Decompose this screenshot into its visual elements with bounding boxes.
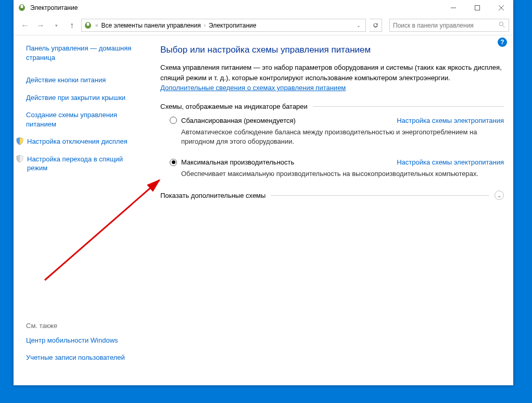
svg-rect-1 <box>20 5 23 8</box>
back-button[interactable]: ← <box>19 19 31 32</box>
app-icon <box>18 4 26 12</box>
shield-icon <box>16 155 24 163</box>
sidebar-button-action[interactable]: Действие кнопки питания <box>26 75 137 85</box>
address-dropdown[interactable]: ⌄ <box>354 23 363 28</box>
expander-label: Показать дополнительные схемы <box>160 192 265 199</box>
plan-balanced-desc: Автоматическое соблюдение баланса между … <box>181 128 504 147</box>
chevron-down-icon[interactable]: ⌄ <box>495 191 504 200</box>
svg-rect-8 <box>86 22 90 26</box>
plans-fieldset: Схемы, отображаемые на индикаторе батаре… <box>160 103 504 180</box>
refresh-button[interactable] <box>369 19 382 32</box>
search-input[interactable] <box>393 22 499 29</box>
recent-dropdown[interactable]: ▾ <box>50 19 62 32</box>
search-box[interactable] <box>389 19 509 32</box>
main-panel: ? Выбор или настройка схемы управления п… <box>144 35 513 385</box>
plan-high-perf-settings-link[interactable]: Настройка схемы электропитания <box>397 158 504 166</box>
divider <box>313 106 504 107</box>
see-also-label: См. также <box>26 322 137 330</box>
plan-high-perf-label: Максимальная производительность <box>181 158 294 166</box>
shield-icon <box>16 137 24 145</box>
svg-rect-2 <box>21 8 22 10</box>
plan-balanced-label: Сбалансированная (рекомендуется) <box>181 117 296 124</box>
power-options-window: Электропитание ← → ▾ ↑ « Все элементы па… <box>14 0 513 385</box>
plan-balanced-settings-link[interactable]: Настройка схемы электропитания <box>397 117 504 124</box>
navbar: ← → ▾ ↑ « Все элементы панели управления… <box>14 16 513 35</box>
close-button[interactable] <box>489 0 513 16</box>
plan-high-perf-desc: Обеспечивает максимальную производительн… <box>181 169 504 179</box>
sidebar-create-plan[interactable]: Создание схемы управления питанием <box>26 110 137 129</box>
sidebar-display-off-label: Настройка отключения дисплея <box>27 137 128 146</box>
up-button[interactable]: ↑ <box>66 19 78 32</box>
radio-on-icon <box>170 159 177 166</box>
search-icon <box>499 21 505 30</box>
titlebar: Электропитание <box>14 0 513 16</box>
forward-button[interactable]: → <box>34 19 47 32</box>
intro-text: Схема управления питанием — это набор па… <box>160 62 504 93</box>
window-controls <box>441 0 513 16</box>
plan-high-perf: Максимальная производительность Настройк… <box>160 158 504 179</box>
intro-link[interactable]: Дополнительные сведения о схемах управле… <box>160 84 346 92</box>
sidebar: Панель управления — домашняя страница Де… <box>14 35 144 385</box>
sidebar-display-off[interactable]: Настройка отключения дисплея <box>16 137 137 146</box>
plan-high-perf-radio[interactable]: Максимальная производительность <box>170 158 294 166</box>
content: Панель управления — домашняя страница Де… <box>14 35 513 385</box>
plan-balanced-radio[interactable]: Сбалансированная (рекомендуется) <box>170 117 296 124</box>
sidebar-sleep[interactable]: Настройка перехода в спящий режим <box>16 155 137 173</box>
window-title: Электропитание <box>30 4 441 11</box>
help-icon[interactable]: ? <box>498 37 507 47</box>
minimize-button[interactable] <box>441 0 465 16</box>
divider <box>271 195 489 196</box>
svg-point-9 <box>499 22 503 26</box>
plan-balanced: Сбалансированная (рекомендуется) Настрой… <box>160 117 504 147</box>
address-icon <box>84 21 92 30</box>
additional-plans-expander[interactable]: Показать дополнительные схемы ⌄ <box>160 191 504 200</box>
maximize-button[interactable] <box>465 0 489 16</box>
sidebar-sleep-label: Настройка перехода в спящий режим <box>27 155 137 173</box>
sidebar-accounts[interactable]: Учетные записи пользователей <box>26 353 137 362</box>
chevron-left-icon: « <box>95 22 98 28</box>
svg-rect-4 <box>475 6 480 10</box>
fieldset-legend: Схемы, отображаемые на индикаторе батаре… <box>160 103 308 110</box>
sidebar-home-link[interactable]: Панель управления — домашняя страница <box>26 44 137 62</box>
page-heading: Выбор или настройка схемы управления пит… <box>160 45 504 55</box>
sidebar-lid-action[interactable]: Действие при закрытии крышки <box>26 93 137 103</box>
svg-line-10 <box>503 26 504 27</box>
chevron-right-icon: › <box>204 22 206 28</box>
radio-off-icon <box>170 117 177 124</box>
address-bar[interactable]: « Все элементы панели управления › Элект… <box>81 19 366 32</box>
intro-plain: Схема управления питанием — это набор па… <box>160 64 502 82</box>
sidebar-mobility[interactable]: Центр мобильности Windows <box>26 336 137 345</box>
breadcrumb-item-all[interactable]: Все элементы панели управления <box>102 22 201 29</box>
breadcrumb-item-power[interactable]: Электропитание <box>209 22 256 29</box>
